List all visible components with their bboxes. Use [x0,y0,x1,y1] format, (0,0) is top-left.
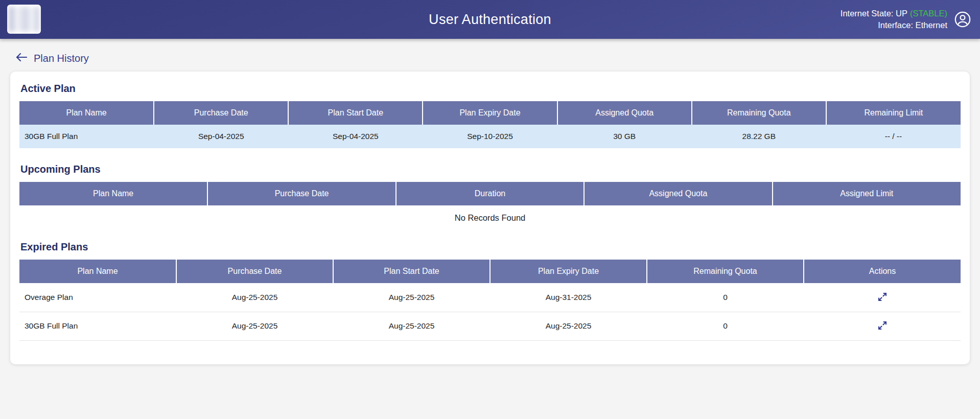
table-cell: Aug-31-2025 [490,283,647,312]
table-cell-plan-name: 30GB Full Plan [19,312,176,340]
table-cell: Aug-25-2025 [490,312,647,340]
upcoming-plans-table: Plan Name Purchase Date Duration Assigne… [19,182,961,205]
column-header: Purchase Date [176,260,333,283]
column-header: Actions [804,260,961,283]
column-header: Duration [396,182,584,205]
table-cell: -- / -- [826,125,961,148]
table-cell: Aug-25-2025 [176,283,333,312]
table-cell: Aug-25-2025 [176,312,333,340]
table-cell-actions [804,283,961,312]
table-cell: Sep-04-2025 [288,125,423,148]
column-header: Remaining Quota [647,260,804,283]
no-records-message: No Records Found [19,205,961,226]
table-cell-actions [804,312,961,340]
expand-icon[interactable] [875,290,890,304]
page-title: User Authentication [0,12,980,28]
table-cell-plan-name: 30GB Full Plan [19,125,154,148]
internet-state-badge: (STABLE) [910,9,947,18]
expired-plans-heading: Expired Plans [20,241,961,253]
table-cell: Aug-25-2025 [333,312,490,340]
user-profile-icon[interactable] [953,10,972,29]
table-row: 30GB Full Plan Sep-04-2025 Sep-04-2025 S… [19,125,961,148]
upcoming-plans-heading: Upcoming Plans [20,164,961,175]
table-cell: 28.22 GB [692,125,826,148]
table-cell: Sep-10-2025 [423,125,557,148]
column-header: Assigned Quota [557,101,692,125]
back-navigation[interactable]: Plan History [15,52,89,64]
internet-state-line: Internet State: UP(STABLE) [841,8,947,19]
column-header: Purchase Date [207,182,395,205]
column-header: Plan Name [19,182,207,205]
table-header-row: Plan Name Purchase Date Plan Start Date … [19,260,961,283]
table-cell: Aug-25-2025 [333,283,490,312]
column-header: Plan Expiry Date [490,260,647,283]
column-header: Plan Start Date [288,101,423,125]
column-header: Plan Name [19,101,154,125]
table-row: 30GB Full Plan Aug-25-2025 Aug-25-2025 A… [19,312,961,340]
interface-label: Interface: Ethernet [841,19,947,31]
expired-plans-table: Plan Name Purchase Date Plan Start Date … [19,260,961,341]
table-cell: 0 [647,283,804,312]
column-header: Remaining Quota [692,101,826,125]
column-header: Plan Start Date [333,260,490,283]
table-header-row: Plan Name Purchase Date Plan Start Date … [19,101,961,125]
expand-icon[interactable] [875,318,890,333]
column-header: Plan Expiry Date [423,101,557,125]
column-header: Assigned Limit [773,182,961,205]
active-plan-heading: Active Plan [20,83,961,95]
column-header: Remaining Limit [826,101,961,125]
table-row: Overage Plan Aug-25-2025 Aug-25-2025 Aug… [19,283,961,312]
active-plan-table: Plan Name Purchase Date Plan Start Date … [19,101,961,148]
internet-state-label: Internet State: UP [841,9,907,18]
table-cell-plan-name: Overage Plan [19,283,176,312]
table-cell: 30 GB [557,125,692,148]
connection-status: Internet State: UP(STABLE) Interface: Et… [841,8,947,31]
table-header-row: Plan Name Purchase Date Duration Assigne… [19,182,961,205]
breadcrumb-label: Plan History [34,53,89,64]
column-header: Purchase Date [154,101,288,125]
column-header: Plan Name [19,260,176,283]
table-cell: 0 [647,312,804,340]
arrow-left-icon[interactable] [15,52,28,64]
column-header: Assigned Quota [584,182,772,205]
plan-history-card: Active Plan Plan Name Purchase Date Plan… [10,72,970,364]
top-header-bar: User Authentication Internet State: UP(S… [0,0,980,39]
table-cell: Sep-04-2025 [154,125,288,148]
